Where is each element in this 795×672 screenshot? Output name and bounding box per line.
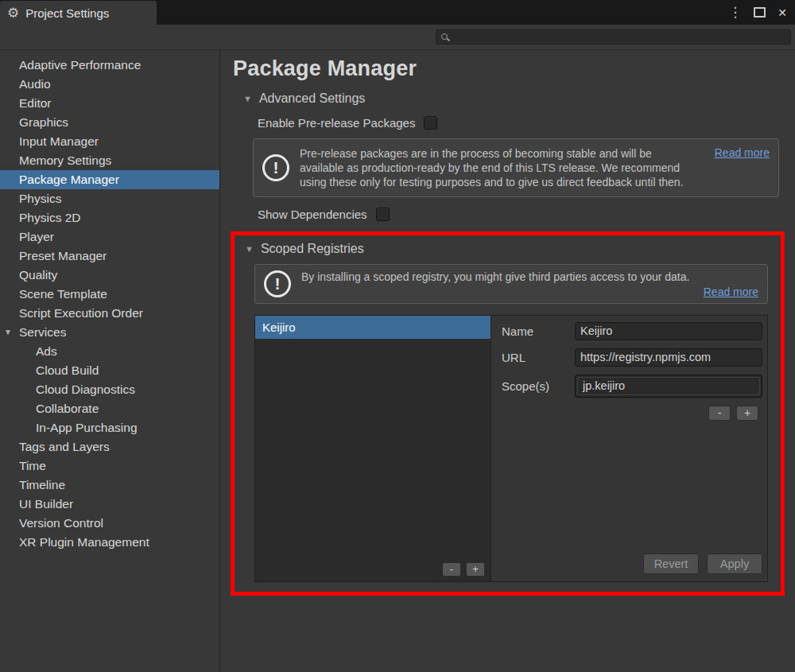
sidebar-item-label: Adaptive Performance	[19, 58, 141, 72]
close-icon[interactable]: ✕	[778, 6, 787, 19]
sidebar-item-label: Collaborate	[36, 402, 99, 415]
page-title: Package Manager	[233, 56, 785, 81]
gear-icon: ⚙	[7, 6, 19, 20]
foldout-arrow-icon[interactable]: ▼	[4, 323, 12, 342]
sidebar-item-version-control[interactable]: Version Control	[0, 514, 219, 533]
sidebar-item-label: Tags and Layers	[19, 440, 110, 453]
sidebar-item-ui-builder[interactable]: UI Builder	[0, 495, 219, 514]
sidebar-item-cloud-build[interactable]: Cloud Build	[0, 361, 219, 380]
settings-main-panel: Package Manager ▼ Advanced Settings Enab…	[221, 50, 795, 672]
scoped-registry-info-box: ! By installing a scoped registry, you m…	[254, 264, 768, 304]
window-tab[interactable]: ⚙ Project Settings	[0, 1, 157, 25]
info-icon: !	[264, 270, 291, 297]
enable-prerelease-label: Enable Pre-release Packages	[258, 116, 415, 130]
add-scope-button[interactable]: +	[736, 406, 758, 421]
sidebar-item-label: XR Plugin Management	[19, 535, 149, 549]
sidebar-item-scene-template[interactable]: Scene Template	[0, 285, 219, 304]
sidebar-item-physics-2d[interactable]: Physics 2D	[0, 208, 219, 227]
sidebar-item-label: Audio	[19, 77, 51, 91]
remove-registry-button[interactable]: -	[442, 562, 461, 577]
read-more-link[interactable]: Read more	[715, 146, 770, 159]
registry-list: Keijiro - +	[255, 316, 491, 581]
scopes-row: Scope(s) jp.keijiro	[502, 375, 762, 398]
sidebar-item-label: Script Execution Order	[19, 306, 143, 320]
sidebar-item-player[interactable]: Player	[0, 227, 219, 247]
sidebar-item-timeline[interactable]: Timeline	[0, 476, 219, 495]
sidebar-item-label: Cloud Diagnostics	[36, 383, 135, 396]
sidebar: Adaptive PerformanceAudioEditorGraphicsI…	[0, 50, 220, 672]
scope-buttons: - +	[502, 406, 758, 421]
revert-button[interactable]: Revert	[643, 554, 699, 574]
maximize-icon[interactable]	[754, 7, 766, 17]
add-registry-button[interactable]: +	[466, 562, 485, 577]
name-label: Name	[502, 324, 575, 338]
sidebar-item-audio[interactable]: Audio	[0, 75, 219, 94]
sidebar-item-label: Memory Settings	[19, 153, 111, 167]
name-row: Name Keijiro	[502, 322, 762, 340]
annotation-highlight-box: ▼ Scoped Registries ! By installing a sc…	[231, 231, 785, 596]
foldout-arrow-icon[interactable]: ▼	[245, 244, 254, 254]
sidebar-item-label: Cloud Build	[36, 363, 99, 377]
scoped-registries-panel: Keijiro - + Name Keijiro URL https://reg…	[254, 315, 768, 582]
info-icon: !	[262, 154, 289, 181]
sidebar-item-preset-manager[interactable]: Preset Manager	[0, 247, 219, 266]
foldout-arrow-icon[interactable]: ▼	[243, 94, 252, 103]
apply-button[interactable]: Apply	[707, 554, 762, 574]
sidebar-item-label: Graphics	[19, 115, 68, 129]
window-body: Adaptive PerformanceAudioEditorGraphicsI…	[0, 50, 795, 672]
advanced-settings-title: Advanced Settings	[259, 91, 365, 106]
read-more-link[interactable]: Read more	[704, 286, 758, 298]
scoped-registries-foldout[interactable]: ▼ Scoped Registries	[245, 242, 774, 256]
sidebar-item-package-manager[interactable]: Package Manager	[0, 170, 219, 189]
toolbar	[0, 25, 795, 50]
sidebar-item-label: Ads	[36, 344, 57, 358]
sidebar-item-label: Package Manager	[19, 173, 119, 186]
name-field[interactable]: Keijiro	[575, 322, 762, 340]
sidebar-item-adaptive-performance[interactable]: Adaptive Performance	[0, 56, 219, 75]
enable-prerelease-row: Enable Pre-release Packages	[258, 116, 785, 130]
show-dependencies-label: Show Dependencies	[258, 208, 367, 221]
sidebar-item-input-manager[interactable]: Input Manager	[0, 132, 219, 151]
sidebar-item-services[interactable]: ▼Services	[0, 323, 219, 342]
remove-scope-button[interactable]: -	[708, 406, 731, 421]
advanced-settings-foldout[interactable]: ▼ Advanced Settings	[243, 91, 785, 106]
sidebar-item-tags-and-layers[interactable]: Tags and Layers	[0, 437, 219, 456]
sidebar-item-cloud-diagnostics[interactable]: Cloud Diagnostics	[0, 380, 219, 399]
sidebar-item-graphics[interactable]: Graphics	[0, 113, 219, 132]
sidebar-item-time[interactable]: Time	[0, 456, 219, 476]
search-icon	[440, 33, 450, 42]
sidebar-item-label: In-App Purchasing	[36, 421, 138, 434]
sidebar-item-label: Scene Template	[19, 287, 107, 301]
url-field[interactable]: https://registry.npmjs.com	[575, 348, 762, 367]
sidebar-item-label: Input Manager	[19, 134, 99, 148]
sidebar-item-label: Time	[19, 459, 46, 472]
sidebar-item-editor[interactable]: Editor	[0, 94, 219, 113]
registry-list-buttons: - +	[442, 562, 485, 577]
registry-list-item[interactable]: Keijiro	[255, 316, 491, 339]
form-action-buttons: Revert Apply	[643, 554, 762, 574]
sidebar-item-physics[interactable]: Physics	[0, 189, 219, 208]
sidebar-item-collaborate[interactable]: Collaborate	[0, 399, 219, 418]
sidebar-item-quality[interactable]: Quality	[0, 266, 219, 285]
sidebar-item-ads[interactable]: Ads	[0, 342, 219, 361]
sidebar-item-label: Version Control	[19, 516, 103, 530]
sidebar-item-label: UI Builder	[19, 497, 73, 511]
sidebar-item-label: Preset Manager	[19, 249, 107, 262]
sidebar-item-in-app-purchasing[interactable]: In-App Purchasing	[0, 418, 219, 437]
sidebar-item-xr-plugin-management[interactable]: XR Plugin Management	[0, 533, 219, 552]
kebab-menu-icon[interactable]: ⋮	[728, 4, 742, 21]
sidebar-item-label: Timeline	[19, 478, 65, 491]
scopes-box: jp.keijiro	[575, 375, 762, 398]
search-input[interactable]	[436, 29, 791, 45]
sidebar-item-memory-settings[interactable]: Memory Settings	[0, 151, 219, 170]
sidebar-item-label: Physics	[19, 192, 61, 205]
scoped-registries-title: Scoped Registries	[261, 242, 364, 256]
url-row: URL https://registry.npmjs.com	[502, 348, 762, 367]
enable-prerelease-checkbox[interactable]	[424, 116, 437, 130]
titlebar: ⚙ Project Settings ⋮ ✕	[0, 0, 795, 25]
sidebar-item-script-execution-order[interactable]: Script Execution Order	[0, 304, 219, 323]
scope-field[interactable]: jp.keijiro	[577, 377, 760, 395]
show-dependencies-checkbox[interactable]	[376, 208, 390, 221]
url-label: URL	[502, 351, 575, 364]
sidebar-item-label: Quality	[19, 268, 57, 282]
